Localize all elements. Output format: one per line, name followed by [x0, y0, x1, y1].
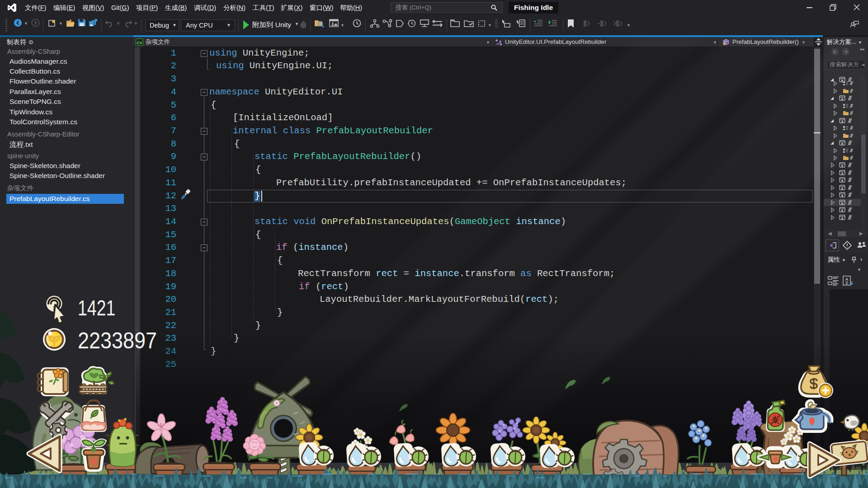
svg-text:Z: Z	[845, 281, 848, 285]
svg-text:C#: C#	[137, 40, 142, 45]
